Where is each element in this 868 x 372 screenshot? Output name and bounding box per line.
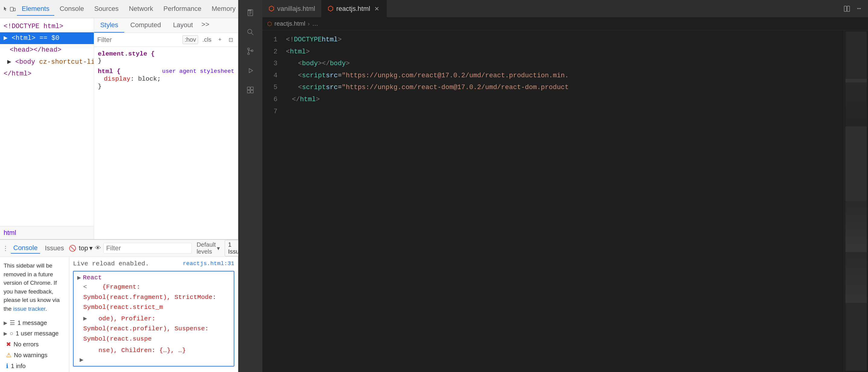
react-label: React bbox=[83, 274, 102, 281]
code-content[interactable]: <!DOCTYPE html> <html> <body></body> <sc… bbox=[283, 30, 844, 372]
minimap-content bbox=[845, 31, 867, 371]
svg-rect-14 bbox=[251, 87, 253, 90]
sidebar-item-errors[interactable]: ✖ No errors bbox=[4, 339, 65, 349]
elements-content: <!DOCTYPE html> ▶ <html> == $0 <head></h… bbox=[0, 18, 94, 226]
code-line-3: <body></body> bbox=[286, 58, 844, 70]
react-obj-start: < {Fragment: Symbol(react.fragment), Str… bbox=[77, 281, 230, 313]
styles-filter-input[interactable] bbox=[97, 36, 180, 44]
sidebar-notice: This sidebar will be removed in a future… bbox=[4, 261, 65, 313]
html-user-agent-rule: html { user agent stylesheet display: bl… bbox=[98, 68, 234, 90]
tab-layout[interactable]: Layout bbox=[167, 18, 199, 33]
devtools-tabs: Elements Console Sources Network Perform… bbox=[17, 2, 250, 16]
svg-point-9 bbox=[248, 48, 249, 50]
tab-close-button[interactable]: ✕ bbox=[373, 5, 380, 12]
issue-tracker-link[interactable]: issue tracker bbox=[13, 306, 45, 312]
html-breadcrumb: html bbox=[0, 226, 94, 239]
vscode-breadcrumb: ⬡ reactjs.html › … bbox=[262, 18, 868, 30]
hov-button[interactable]: :hov bbox=[183, 35, 198, 44]
console-react-entry: ▶ React < {Fragment: Symbol(react.fragme… bbox=[73, 271, 234, 367]
react-obj-mid: ▶ ode), Profiler: Symbol(react.profiler)… bbox=[77, 313, 230, 345]
vscode-panel: ⬡ vanillajs.html ⬡ reactjs.html ✕ ⋯ bbox=[238, 0, 868, 372]
breadcrumb-file[interactable]: reactjs.html bbox=[275, 20, 305, 27]
tab-console[interactable]: Console bbox=[55, 2, 89, 16]
vscode-activitybar bbox=[238, 0, 262, 372]
inspect-element-button[interactable] bbox=[2, 3, 8, 15]
console-nav-button[interactable]: ⋮ bbox=[2, 244, 8, 253]
activity-git-icon[interactable] bbox=[241, 42, 259, 60]
react-expand-row[interactable]: ▶ React bbox=[77, 274, 230, 281]
styles-panel: Styles Computed Layout >> :hov .cls + ⊡ … bbox=[94, 18, 238, 239]
html-icon-vanillajs: ⬡ bbox=[269, 5, 274, 13]
source-link[interactable]: reactjs.html:31 bbox=[183, 260, 234, 267]
vscode-minimap bbox=[844, 30, 868, 372]
line-numbers: 1 2 3 4 5 6 7 bbox=[262, 30, 283, 372]
tab-memory[interactable]: Memory bbox=[207, 2, 240, 16]
more-actions-button[interactable]: ⋯ bbox=[854, 3, 864, 14]
svg-rect-16 bbox=[251, 90, 253, 93]
elements-html-close-line: </html> bbox=[0, 68, 94, 80]
info-label: 1 info bbox=[11, 363, 26, 370]
react-arrow[interactable]: ▶ bbox=[77, 274, 81, 281]
user-message-label: 1 user message bbox=[16, 330, 59, 337]
activity-debug-icon[interactable] bbox=[241, 62, 259, 80]
devtools-upper: <!DOCTYPE html> ▶ <html> == $0 <head></h… bbox=[0, 18, 238, 239]
tab-vanillajs[interactable]: ⬡ vanillajs.html bbox=[262, 0, 321, 17]
svg-line-8 bbox=[251, 33, 253, 35]
console-eye-button[interactable]: 👁 bbox=[95, 244, 101, 253]
message-icon: ☰ bbox=[10, 319, 15, 326]
activity-files-icon[interactable] bbox=[241, 4, 259, 22]
vscode-editor-content: 1 2 3 4 5 6 7 <!DOCTYPE html> <html> bbox=[262, 30, 868, 372]
tab-reactjs[interactable]: ⬡ reactjs.html ✕ bbox=[321, 0, 386, 17]
console-top-selector[interactable]: top ▾ bbox=[79, 244, 93, 252]
warnings-label: No warnings bbox=[14, 352, 48, 359]
tab-issues[interactable]: Issues bbox=[42, 243, 67, 253]
clear-console-button[interactable]: 🚫 bbox=[69, 244, 76, 253]
sidebar-item-message[interactable]: ▶ ☰ 1 message bbox=[4, 318, 65, 327]
error-icon: ✖ bbox=[6, 341, 11, 348]
console-live-reload-line: Live reload enabled. reactjs.html:31 bbox=[73, 259, 234, 268]
console-toolbar: ⋮ Console Issues 🚫 top ▾ 👁 Default level… bbox=[0, 240, 238, 257]
add-style-button[interactable]: + bbox=[216, 36, 224, 44]
message-count-label: 1 message bbox=[18, 319, 47, 326]
svg-rect-15 bbox=[247, 90, 250, 93]
tab-sources[interactable]: Sources bbox=[89, 2, 123, 16]
elements-body-line[interactable]: ▶ <body cz-shortcut-listen="true" style>… bbox=[0, 56, 94, 68]
vscode-tabbar: ⬡ vanillajs.html ⬡ reactjs.html ✕ ⋯ bbox=[262, 0, 868, 18]
html-icon-reactjs: ⬡ bbox=[328, 5, 333, 13]
code-line-4: <script src="https://unpkg.com/react@17.… bbox=[286, 70, 844, 82]
split-editor-button[interactable] bbox=[841, 3, 852, 14]
toggle-computed-view-button[interactable]: ⊡ bbox=[226, 36, 235, 44]
tab-console-active[interactable]: Console bbox=[11, 243, 40, 254]
sidebar-item-info[interactable]: ℹ 1 info bbox=[4, 361, 65, 371]
code-line-7 bbox=[286, 106, 844, 118]
tab-computed[interactable]: Computed bbox=[124, 18, 167, 33]
activity-search-icon[interactable] bbox=[241, 23, 259, 41]
tab-styles[interactable]: Styles bbox=[94, 18, 124, 33]
react-caret-end[interactable]: ▶ bbox=[77, 356, 230, 364]
tab-network[interactable]: Network bbox=[124, 2, 158, 16]
tab-performance[interactable]: Performance bbox=[159, 2, 206, 16]
vscode-editor-area: ⬡ vanillajs.html ⬡ reactjs.html ✕ ⋯ bbox=[262, 0, 868, 372]
elements-html-line[interactable]: ▶ <html> == $0 bbox=[0, 32, 94, 44]
default-levels-button[interactable]: Default levels ▾ bbox=[194, 240, 222, 256]
sidebar-item-user-message[interactable]: ▶ ○ 1 user message bbox=[4, 329, 65, 338]
styles-tabs: Styles Computed Layout >> bbox=[94, 18, 238, 33]
svg-rect-0 bbox=[10, 7, 13, 11]
console-filter-input[interactable] bbox=[103, 243, 192, 254]
activity-extensions-icon[interactable] bbox=[241, 81, 259, 99]
sidebar-item-warnings[interactable]: ⚠ No warnings bbox=[4, 350, 65, 360]
styles-more-tabs[interactable]: >> bbox=[199, 18, 212, 33]
code-line-2: <html> bbox=[286, 46, 844, 58]
elements-head-line: <head></head> bbox=[0, 44, 94, 56]
svg-rect-18 bbox=[847, 6, 849, 11]
device-toggle-button[interactable] bbox=[10, 3, 16, 15]
devtools-console: ⋮ Console Issues 🚫 top ▾ 👁 Default level… bbox=[0, 239, 238, 372]
cls-button[interactable]: .cls bbox=[200, 36, 213, 44]
tab-elements[interactable]: Elements bbox=[17, 2, 54, 16]
react-obj-end: nse), Children: {…}, …} bbox=[77, 345, 230, 356]
warning-icon: ⚠ bbox=[6, 351, 11, 359]
code-line-1: <!DOCTYPE html> bbox=[286, 34, 844, 46]
svg-rect-1 bbox=[13, 8, 16, 11]
user-icon: ○ bbox=[10, 330, 13, 337]
svg-marker-12 bbox=[249, 68, 253, 73]
